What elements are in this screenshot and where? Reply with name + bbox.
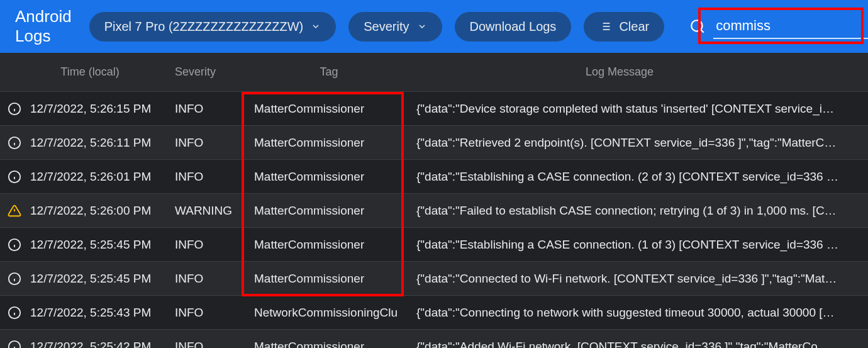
table-row[interactable]: 12/7/2022, 5:25:43 PMINFONetworkCommissi… <box>0 296 868 330</box>
cell-message: {"data":"Establishing a CASE connection.… <box>416 170 860 184</box>
cell-tag: NetworkCommissioningClu <box>254 306 416 320</box>
col-header-tag: Tag <box>254 65 416 79</box>
severity-icon <box>8 340 30 349</box>
severity-icon <box>8 306 30 320</box>
table-row[interactable]: 12/7/2022, 5:25:45 PMINFOMatterCommissio… <box>0 228 868 262</box>
cell-message: {"data":"Connecting to network with sugg… <box>416 306 860 320</box>
page-title: Android Logs <box>15 7 72 46</box>
severity-selector[interactable]: Severity <box>348 12 442 42</box>
cell-message: {"data":"Failed to establish CASE connec… <box>416 204 860 218</box>
col-header-severity: Severity <box>175 65 254 79</box>
table-row[interactable]: 12/7/2022, 5:25:45 PMINFOMatterCommissio… <box>0 262 868 296</box>
svg-line-7 <box>701 30 704 33</box>
severity-icon <box>8 272 30 286</box>
cell-message: {"data":"Establishing a CASE connection.… <box>416 238 860 252</box>
severity-icon <box>8 102 30 116</box>
search-wrap <box>689 14 868 39</box>
cell-time: 12/7/2022, 5:26:15 PM <box>30 102 175 116</box>
cell-severity: INFO <box>175 136 254 150</box>
log-rows: 12/7/2022, 5:26:15 PMINFOMatterCommissio… <box>0 92 868 348</box>
cell-severity: INFO <box>175 170 254 184</box>
download-logs-button[interactable]: Download Logs <box>455 12 572 42</box>
search-input[interactable] <box>713 14 868 39</box>
cell-tag: MatterCommissioner <box>254 272 416 286</box>
table-row[interactable]: 12/7/2022, 5:26:00 PMWARNINGMatterCommis… <box>0 194 868 228</box>
cell-severity: WARNING <box>175 204 254 218</box>
cell-tag: MatterCommissioner <box>254 102 416 116</box>
severity-icon <box>8 136 30 150</box>
cell-tag: MatterCommissioner <box>254 170 416 184</box>
cell-severity: INFO <box>175 340 254 349</box>
chevron-down-icon <box>417 21 427 31</box>
clear-label: Clear <box>619 20 649 34</box>
cell-severity: INFO <box>175 238 254 252</box>
col-header-message: Log Message <box>416 65 860 79</box>
cell-message: {"data":"Device storage completed with s… <box>416 102 860 116</box>
download-label: Download Logs <box>470 20 557 34</box>
table-row[interactable]: 12/7/2022, 5:25:42 PMINFOMatterCommissio… <box>0 330 868 348</box>
cell-time: 12/7/2022, 5:25:45 PM <box>30 238 175 252</box>
cell-time: 12/7/2022, 5:26:11 PM <box>30 136 175 150</box>
cell-tag: MatterCommissioner <box>254 204 416 218</box>
clear-list-icon <box>599 20 611 33</box>
cell-tag: MatterCommissioner <box>254 136 416 150</box>
device-label: Pixel 7 Pro (2ZZZZZZZZZZZZZZW) <box>104 20 304 34</box>
col-header-time: Time (local) <box>30 65 175 79</box>
cell-message: {"data":"Added Wi-Fi network. [CONTEXT s… <box>416 340 860 349</box>
table-row[interactable]: 12/7/2022, 5:26:11 PMINFOMatterCommissio… <box>0 126 868 160</box>
cell-time: 12/7/2022, 5:25:42 PM <box>30 340 175 349</box>
cell-message: {"data":"Retrieved 2 endpoint(s). [CONTE… <box>416 136 860 150</box>
severity-label: Severity <box>364 20 409 34</box>
search-icon <box>689 18 706 35</box>
cell-time: 12/7/2022, 5:25:43 PM <box>30 306 175 320</box>
clear-button[interactable]: Clear <box>584 12 664 42</box>
severity-icon <box>8 204 30 218</box>
device-selector[interactable]: Pixel 7 Pro (2ZZZZZZZZZZZZZZW) <box>89 12 337 42</box>
table-header: Time (local) Severity Tag Log Message <box>0 53 868 92</box>
cell-message: {"data":"Connected to Wi-Fi network. [CO… <box>416 272 860 286</box>
cell-time: 12/7/2022, 5:25:45 PM <box>30 272 175 286</box>
severity-icon <box>8 170 30 184</box>
chevron-down-icon <box>311 21 321 31</box>
cell-time: 12/7/2022, 5:26:00 PM <box>30 204 175 218</box>
table-row[interactable]: 12/7/2022, 5:26:15 PMINFOMatterCommissio… <box>0 92 868 126</box>
cell-tag: MatterCommissioner <box>254 238 416 252</box>
severity-icon <box>8 238 30 252</box>
cell-severity: INFO <box>175 102 254 116</box>
cell-severity: INFO <box>175 306 254 320</box>
table-row[interactable]: 12/7/2022, 5:26:01 PMINFOMatterCommissio… <box>0 160 868 194</box>
cell-time: 12/7/2022, 5:26:01 PM <box>30 170 175 184</box>
svg-point-6 <box>691 20 702 31</box>
cell-tag: MatterCommissioner <box>254 340 416 349</box>
cell-severity: INFO <box>175 272 254 286</box>
header-bar: Android Logs Pixel 7 Pro (2ZZZZZZZZZZZZZ… <box>0 0 868 53</box>
